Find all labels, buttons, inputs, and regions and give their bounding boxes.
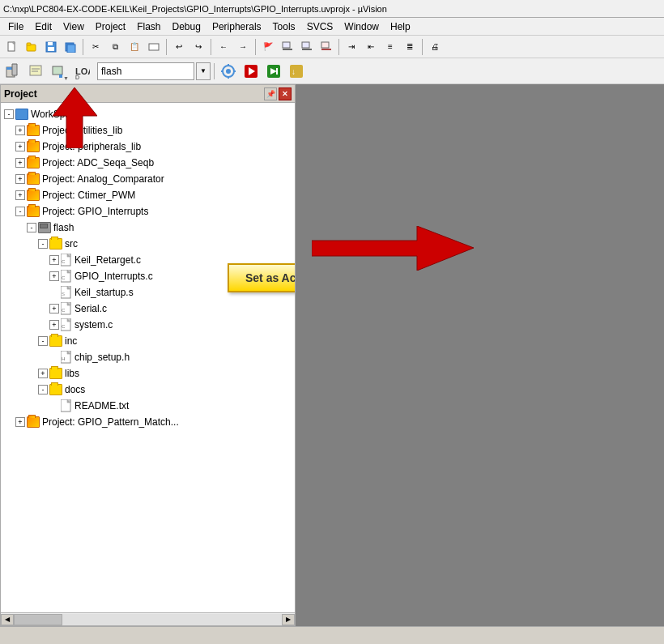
arrow-right-svg (312, 226, 474, 271)
menu-peripherals[interactable]: Peripherals (207, 19, 266, 34)
target-input[interactable] (97, 62, 194, 80)
tree-item-ctimer[interactable]: + Project: Ctimer_PWM (1, 187, 295, 203)
expand-gpio-c[interactable]: + (49, 271, 59, 281)
hscroll-left-button[interactable]: ◀ (1, 614, 14, 625)
expand-retarget[interactable]: + (49, 255, 59, 265)
indent-button[interactable]: ⇥ (343, 38, 360, 56)
redo-button[interactable]: ↪ (189, 38, 207, 56)
tree-item-flash-target[interactable]: - flash (1, 220, 295, 236)
menu-help[interactable]: Help (385, 19, 415, 34)
tb2-btn1[interactable] (3, 61, 24, 82)
svg-rect-11 (302, 42, 309, 48)
menu-edit[interactable]: Edit (30, 19, 57, 34)
nav-back-button[interactable]: ← (215, 38, 232, 56)
tree-item-analog[interactable]: + Project: Analog_Comparator (1, 171, 295, 187)
unindent-button[interactable]: ⇤ (362, 38, 380, 56)
menu-bar: File Edit View Project Flash Debug Perip… (0, 18, 664, 36)
tree-item-readme[interactable]: README.txt (1, 398, 295, 414)
tree-item-adc[interactable]: + Project: ADC_Seqa_Seqb (1, 155, 295, 171)
bookmark1-button[interactable]: 🚩 (259, 38, 277, 56)
tree-item-gpio[interactable]: - Project: GPIO_Interrupts (1, 203, 295, 220)
expand-gpio[interactable]: - (15, 207, 25, 216)
nav-fwd-button[interactable]: → (234, 38, 252, 56)
menu-project[interactable]: Project (91, 19, 130, 34)
align2-button[interactable]: ≣ (401, 38, 419, 56)
open-file-button[interactable] (23, 38, 40, 56)
expand-utilities[interactable]: + (15, 126, 25, 135)
tb2-btn3[interactable]: ▼ (49, 61, 70, 82)
expand-inc[interactable]: - (38, 336, 48, 346)
search-button[interactable] (279, 38, 296, 56)
svg-text:S: S (62, 292, 65, 296)
print-button[interactable]: 🖨 (426, 38, 444, 56)
target-dropdown-button[interactable]: ▼ (196, 62, 211, 80)
expand-docs[interactable]: - (38, 385, 48, 395)
debug-icon-button[interactable] (240, 61, 262, 82)
svg-rect-13 (321, 42, 329, 48)
copy-button[interactable]: ⧉ (106, 38, 124, 56)
gpio-pattern-label: Project: GPIO_Pattern_Match... (42, 416, 179, 428)
align-button[interactable]: ≡ (381, 38, 399, 56)
expand-libs[interactable]: + (38, 369, 48, 378)
extra-btn[interactable]: ↓ (286, 61, 307, 82)
project-panel: Project 📌 ✕ - WorkSpace + Project: utili… (0, 84, 296, 626)
status-bar (0, 626, 664, 644)
tree-item-gpio-pattern[interactable]: + Project: GPIO_Pattern_Match... (1, 414, 295, 430)
serial-label: Serial.c (74, 303, 107, 314)
tree-item-inc[interactable]: - inc (1, 333, 295, 349)
undo-button[interactable]: ↩ (170, 38, 188, 56)
expand-workspace[interactable]: - (4, 109, 14, 119)
hscroll-right-button[interactable]: ▶ (282, 614, 295, 625)
tree-item-system[interactable]: + C system.c (1, 317, 295, 333)
expand-ctimer[interactable]: + (15, 190, 25, 200)
tree-item-peripherals[interactable]: + Project: peripherals_lib (1, 139, 295, 155)
tb2-btn2[interactable] (26, 61, 47, 82)
panel-close-button[interactable]: ✕ (279, 87, 292, 100)
build-options-button[interactable] (218, 61, 239, 82)
hscroll-thumb[interactable] (14, 614, 62, 625)
tb2-btn4[interactable]: LOA D (71, 61, 92, 82)
svg-rect-14 (321, 49, 331, 50)
find-next-button[interactable] (317, 38, 335, 56)
panel-header: Project 📌 ✕ (1, 85, 295, 103)
tree-area[interactable]: - WorkSpace + Project: utilities_lib + P… (1, 103, 295, 612)
paste-button[interactable]: 📋 (126, 38, 143, 56)
svg-rect-9 (283, 42, 290, 48)
new-file-button[interactable] (3, 38, 21, 56)
menu-window[interactable]: Window (339, 19, 384, 34)
cut-button[interactable]: ✂ (87, 38, 104, 56)
ctimer-label: Project: Ctimer_PWM (42, 190, 135, 201)
expand-adc[interactable]: + (15, 158, 25, 168)
tree-item-libs[interactable]: + libs (1, 365, 295, 382)
menu-view[interactable]: View (58, 19, 89, 34)
expand-flash-target[interactable]: - (27, 223, 36, 232)
panel-pin-button[interactable]: 📌 (264, 87, 277, 100)
expand-analog[interactable]: + (15, 174, 25, 184)
save-button[interactable] (42, 38, 60, 56)
menu-svcs[interactable]: SVCS (302, 19, 338, 34)
tree-item-utilities[interactable]: + Project: utilities_lib (1, 122, 295, 139)
menu-flash[interactable]: Flash (132, 19, 165, 34)
menu-tools[interactable]: Tools (268, 19, 300, 34)
tree-item-chip[interactable]: H chip_setup.h (1, 349, 295, 365)
download-button[interactable] (263, 61, 284, 82)
tree-item-src[interactable]: - src (1, 236, 295, 252)
expand-gpio-pattern[interactable]: + (15, 417, 25, 427)
src-label: src (65, 238, 78, 249)
libs-label: libs (65, 368, 79, 379)
tree-item-docs[interactable]: - docs (1, 382, 295, 398)
find-prev-button[interactable] (298, 38, 316, 56)
expand-src[interactable]: - (38, 239, 48, 249)
expand-serial[interactable]: + (49, 304, 59, 313)
menu-file[interactable]: File (3, 19, 28, 34)
tree-item-serial[interactable]: + C Serial.c (1, 301, 295, 317)
set-active-project-button[interactable]: Set as Active Project (228, 263, 295, 292)
project-icon-ctimer (27, 190, 40, 201)
project-icon-gpio-pattern (27, 416, 40, 428)
save-all-button[interactable] (62, 38, 79, 56)
menu-debug[interactable]: Debug (168, 19, 206, 34)
expand-system[interactable]: + (49, 320, 59, 330)
tb-btn4[interactable] (145, 38, 163, 56)
tree-item-workspace[interactable]: - WorkSpace (1, 106, 295, 122)
expand-peripherals[interactable]: + (15, 142, 25, 151)
